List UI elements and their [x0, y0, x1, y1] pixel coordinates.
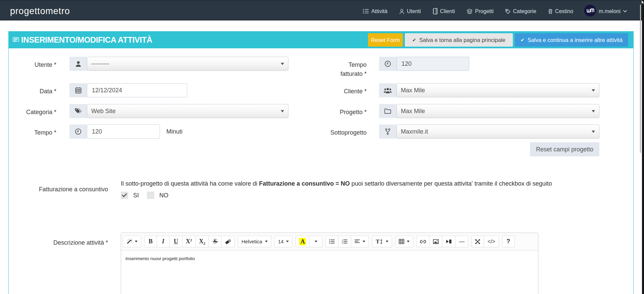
table-button[interactable]	[395, 236, 413, 247]
sottoprogetto-select[interactable]: Maxmile.it	[396, 125, 599, 139]
calendar-addon-icon	[69, 83, 87, 97]
user-menu[interactable]: m.meloni	[584, 4, 627, 17]
nav-item-progetti[interactable]: Progetti	[467, 8, 493, 14]
eraser-button[interactable]	[222, 236, 235, 247]
sottoprogetto-value: Maxmile.it	[401, 128, 428, 135]
data-input[interactable]	[87, 83, 187, 97]
horizontal-rule-button[interactable]: —	[455, 236, 468, 247]
reset-campi-progetto-button[interactable]: Reset campi progetto	[530, 142, 599, 156]
video-icon	[446, 239, 452, 244]
scrollbar-thumb[interactable]	[640, 5, 641, 153]
nav-item-utenti[interactable]: Utenti	[399, 8, 421, 14]
user-icon	[399, 8, 405, 14]
utente-select[interactable]: ---------	[87, 57, 288, 71]
page-title: INSERIMENTO/MODIFICA ATTIVITÀ	[21, 35, 152, 45]
subscript-button[interactable]: X2	[196, 236, 209, 247]
checkbox-si[interactable]	[121, 192, 128, 199]
layers-icon	[467, 8, 473, 14]
nav-item-label: Cestino	[555, 8, 573, 14]
strikethrough-button[interactable]: S	[209, 236, 222, 247]
tempo-fatturato-input[interactable]	[396, 57, 469, 71]
line-height-button[interactable]: T	[372, 236, 392, 247]
up-down-arrow-icon	[380, 239, 383, 244]
sottoprogetto-label: Sottoprogetto	[328, 125, 379, 139]
categoria-label: Categoria *	[14, 104, 69, 118]
bold-button[interactable]: B	[144, 236, 157, 247]
fatturazione-help-text: Il sotto-progetto di questa attività ha …	[121, 180, 628, 187]
fatturazione-section: Fatturazione a consuntivo Il sotto-proge…	[14, 180, 628, 199]
link-icon	[420, 240, 426, 244]
svg-text:3: 3	[342, 242, 343, 244]
fatturazione-options: SI NO	[121, 192, 628, 199]
chevron-down-icon	[623, 10, 627, 13]
unordered-list-button[interactable]	[325, 236, 338, 247]
mouse-cursor	[641, 0, 644, 4]
checkbox-no[interactable]	[147, 192, 154, 199]
rich-text-editor: B I U X2 X2 S	[121, 233, 538, 294]
underline-button[interactable]: U	[170, 236, 182, 247]
caret-down-icon	[315, 241, 317, 242]
superscript-button[interactable]: X2	[182, 236, 196, 247]
reset-form-button[interactable]: Reset Form	[368, 33, 403, 47]
nav-item-label: Clienti	[440, 8, 455, 14]
user-addon-icon	[69, 57, 87, 71]
trash-icon	[548, 8, 553, 14]
save-return-button[interactable]: ✔Salva e torna alla pagina principale	[405, 33, 513, 47]
window-edge	[642, 0, 644, 294]
brand-logo[interactable]: progettometro	[10, 6, 70, 16]
page: progettometro Attività	[0, 0, 644, 294]
caret-down-icon	[286, 241, 289, 242]
tempo-input[interactable]	[87, 125, 160, 139]
tempo-fatturato-label: Tempo fatturato *	[328, 57, 379, 79]
paragraph-align-button[interactable]	[351, 236, 369, 247]
nav-item-categorie[interactable]: Categorie	[505, 8, 536, 14]
cliente-label: Cliente *	[328, 83, 379, 97]
caret-down-icon	[265, 241, 268, 242]
form-row-2: Data *	[14, 83, 628, 97]
nav-item-clienti[interactable]: Clienti	[433, 8, 455, 14]
tags-addon-icon	[69, 104, 87, 118]
style-magic-button[interactable]	[123, 236, 141, 247]
eraser-icon	[225, 239, 231, 244]
navbar-menu: Attività Utenti	[351, 3, 627, 17]
caret-down-icon	[135, 241, 138, 242]
avatar	[584, 4, 596, 17]
clock-addon-icon	[379, 57, 396, 71]
font-color-button[interactable]: A	[296, 236, 310, 247]
video-button[interactable]	[442, 236, 455, 247]
progetto-label: Progetto *	[328, 104, 379, 118]
descrizione-section: Descrizione attività *	[14, 233, 628, 294]
italic-button[interactable]: I	[157, 236, 170, 247]
nav-item-cestino[interactable]: Cestino	[548, 8, 573, 14]
font-size-button[interactable]: 14	[274, 236, 293, 247]
nav-item-label: Attività	[371, 8, 387, 14]
caret-down-icon	[592, 89, 595, 92]
users-addon-icon	[379, 83, 396, 97]
progetto-value: Max Mile	[401, 108, 425, 115]
link-button[interactable]	[416, 236, 430, 247]
save-continue-button[interactable]: ✔Salva e continua a inserire altre attiv…	[515, 33, 628, 47]
help-button[interactable]: ?	[502, 236, 515, 247]
utente-label: Utente *	[14, 57, 69, 71]
font-color-caret-button[interactable]	[310, 236, 322, 247]
cliente-select[interactable]: Max Mile	[396, 83, 599, 97]
picture-button[interactable]	[430, 236, 442, 247]
editor-content[interactable]: Inserimento nuovi progetti portfolio	[121, 250, 538, 294]
utente-value: ---------	[91, 60, 109, 67]
font-family-button[interactable]: Helvetica	[238, 236, 271, 247]
code-view-button[interactable]: </>	[484, 236, 499, 247]
panel-heading: INSERIMENTO/MODIFICA ATTIVITÀ Reset Form…	[9, 32, 633, 48]
nav-item-label: Categorie	[513, 8, 536, 14]
categoria-select[interactable]: Web Site	[87, 104, 288, 118]
fullscreen-button[interactable]	[471, 236, 484, 247]
nav-item-attivita[interactable]: Attività	[363, 8, 387, 14]
nav-item-label: Utenti	[407, 8, 421, 14]
editor-toolbar: B I U X2 X2 S	[121, 233, 538, 250]
descrizione-label: Descrizione attività *	[14, 233, 121, 247]
clock-addon-icon	[69, 125, 87, 139]
caret-down-icon	[386, 241, 388, 242]
list-icon	[363, 8, 369, 14]
tag-icon	[505, 9, 511, 14]
ordered-list-button[interactable]: 1 2 3	[338, 236, 351, 247]
progetto-select[interactable]: Max Mile	[396, 104, 599, 118]
